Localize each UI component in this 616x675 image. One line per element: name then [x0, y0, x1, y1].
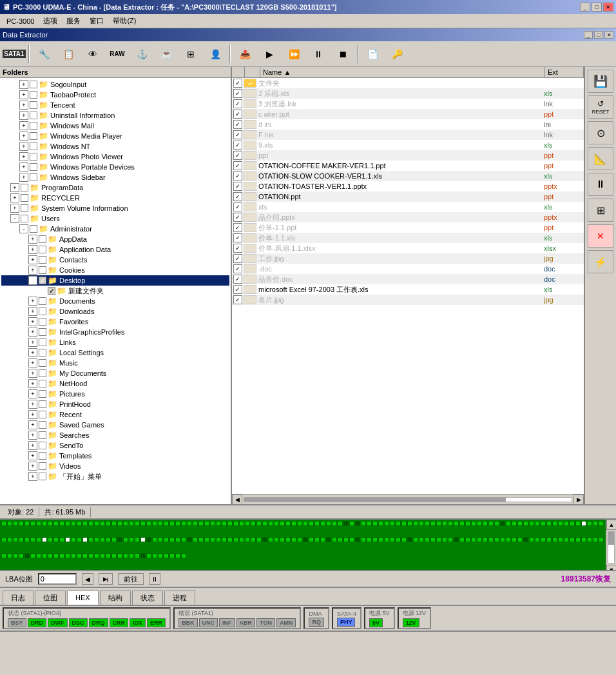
minimize-button[interactable]: _: [580, 3, 590, 12]
file-checkbox-7[interactable]: ✓: [233, 151, 242, 160]
tree-item-my_documents[interactable]: +📁My Documents: [1, 368, 229, 378]
tree-checkbox-videos[interactable]: [39, 462, 46, 470]
file-row-17[interactable]: ✓ 工价.jpg jpg: [232, 253, 584, 264]
copy-button[interactable]: 📄: [361, 43, 384, 65]
data-scroll-down-btn[interactable]: ▼: [606, 565, 616, 571]
file-checkbox-0[interactable]: ✓: [233, 79, 242, 88]
stop-button[interactable]: ⏹: [331, 43, 354, 65]
bolt-side-button[interactable]: ⚡: [588, 250, 613, 273]
tree-checkbox-system_volume_info[interactable]: [21, 204, 28, 212]
tree-checkbox-administrator[interactable]: [30, 225, 37, 233]
tree-expand-recycler[interactable]: +: [10, 193, 19, 202]
tab-struct[interactable]: 结构: [100, 591, 131, 605]
name-col-header[interactable]: Name ▲: [260, 67, 545, 77]
scroll-left-btn[interactable]: ◀: [232, 494, 242, 505]
file-checkbox-18[interactable]: ✓: [233, 264, 242, 273]
reset-side-button[interactable]: ↺ RESET: [588, 95, 613, 119]
lba-goto-btn[interactable]: 前往: [118, 573, 144, 585]
file-row-7[interactable]: ✓ ppt ppt: [232, 150, 584, 161]
tree-checkbox-downloads[interactable]: [39, 308, 46, 315]
tree-expand-music[interactable]: +: [28, 358, 37, 367]
file-checkbox-10[interactable]: ✓: [233, 182, 242, 191]
tree-item-pictures[interactable]: +📁Pictures: [1, 389, 229, 399]
tool-clipboard-button[interactable]: 📋: [57, 43, 80, 65]
tree-expand-nethood[interactable]: +: [28, 379, 37, 388]
tree-item-windows_portable_devices[interactable]: +📁Windows Portable Devices: [1, 162, 229, 172]
menu-item-window[interactable]: 窗口: [86, 15, 108, 27]
tree-checkbox-contacts[interactable]: [39, 256, 46, 264]
tree-checkbox-sogouinput[interactable]: [30, 81, 37, 88]
file-checkbox-8[interactable]: ✓: [233, 161, 242, 170]
tree-expand-tencent[interactable]: +: [19, 101, 28, 110]
tree-expand-sogouinput[interactable]: +: [19, 80, 28, 89]
tree-expand-program_data[interactable]: +: [10, 183, 19, 192]
tree-item-administrator[interactable]: -📁Administrator: [1, 224, 229, 234]
tree-checkbox-windows_portable_devices[interactable]: [30, 163, 37, 171]
file-row-13[interactable]: ✓ 品介绍.pptx pptx: [232, 212, 584, 222]
tree-item-windows_mail[interactable]: +📁Windows Mail: [1, 121, 229, 131]
tree-checkbox-windows_sidebar[interactable]: [30, 173, 37, 181]
tree-expand-administrator[interactable]: -: [19, 224, 28, 233]
tree-expand-printhood[interactable]: +: [28, 400, 37, 409]
file-row-16[interactable]: ✓ 价单-风扇-1.1.xlsx xlsx: [232, 243, 584, 253]
file-row-3[interactable]: ✓ c aker.ppt ppt: [232, 109, 584, 119]
file-row-15[interactable]: ✓ 价单-1.1.xls xls: [232, 233, 584, 243]
disk-side-button[interactable]: 💾: [588, 70, 613, 93]
x-side-button[interactable]: ✕: [588, 224, 613, 248]
tree-expand-start_menu[interactable]: +: [28, 472, 37, 481]
tree-expand-desktop[interactable]: -: [28, 276, 37, 285]
file-checkbox-2[interactable]: ✓: [233, 99, 242, 108]
tree-expand-local_settings[interactable]: +: [28, 348, 37, 357]
knob-side-button[interactable]: ⊙: [588, 121, 613, 144]
file-checkbox-15[interactable]: ✓: [233, 233, 242, 242]
key-button[interactable]: 🔑: [385, 43, 409, 65]
tree-expand-favorites[interactable]: +: [28, 317, 37, 326]
tree-item-sogouinput[interactable]: +📁SogouInput: [1, 79, 229, 90]
menu-item-pc3000[interactable]: PC-3000: [3, 16, 38, 26]
tree-checkbox-music[interactable]: [39, 359, 46, 367]
tree-checkbox-program_data[interactable]: [21, 184, 28, 191]
file-checkbox-5[interactable]: ✓: [233, 130, 242, 139]
file-checkbox-14[interactable]: ✓: [233, 223, 242, 232]
tool-cup-button[interactable]: ☕: [155, 43, 178, 65]
file-row-10[interactable]: ✓ OTATION-TOASTER-VER1.1.pptx pptx: [232, 181, 584, 191]
tree-checkbox-desktop[interactable]: ✓: [39, 277, 46, 284]
tree-item-windows_nt[interactable]: +📁Windows NT: [1, 141, 229, 152]
tree-expand-application_data[interactable]: +: [28, 245, 37, 254]
tree-expand-saved_games[interactable]: +: [28, 420, 37, 429]
tree-item-downloads[interactable]: +📁Downloads: [1, 306, 229, 317]
tab-map[interactable]: 位图: [35, 591, 66, 605]
tool-wrench-button[interactable]: 🔧: [32, 43, 55, 65]
tree-checkbox-searches[interactable]: [39, 431, 46, 439]
maximize-button[interactable]: □: [592, 3, 602, 12]
file-row-18[interactable]: ✓ .doc doc: [232, 264, 584, 274]
tree-item-sendto[interactable]: +📁SendTo: [1, 440, 229, 451]
tree-item-saved_games[interactable]: +📁Saved Games: [1, 420, 229, 430]
tree-checkbox-windows_media_player[interactable]: [30, 132, 37, 140]
sub-close-button[interactable]: ✕: [604, 31, 613, 39]
file-row-4[interactable]: ✓ d ini ini: [232, 119, 584, 130]
tree-expand-windows_photo_viewer[interactable]: +: [19, 152, 28, 161]
tree-item-intel_graphics[interactable]: +📁IntelGraphicsProfiles: [1, 327, 229, 337]
tree-item-appdata[interactable]: +📁AppData: [1, 234, 229, 244]
tree-expand-windows_mail[interactable]: +: [19, 121, 28, 130]
file-checkbox-20[interactable]: ✓: [233, 285, 242, 294]
pause-side-button[interactable]: ⏸: [588, 173, 613, 196]
forward-button[interactable]: ⏩: [282, 43, 305, 65]
tree-checkbox-my_documents[interactable]: [39, 369, 46, 377]
grid-side-button[interactable]: ⊞: [588, 199, 613, 222]
ext-col-header[interactable]: Ext: [545, 67, 584, 77]
tree-item-tencent[interactable]: +📁Tencent: [1, 100, 229, 110]
close-button[interactable]: ✕: [603, 3, 613, 12]
tree-checkbox-templates[interactable]: [39, 452, 46, 460]
tree-checkbox-intel_graphics[interactable]: [39, 328, 46, 336]
menu-item-options[interactable]: 选项: [39, 15, 61, 27]
lba-next-icon[interactable]: ▶|: [99, 573, 113, 585]
file-row-12[interactable]: ✓ xls xls: [232, 202, 584, 212]
file-checkbox-12[interactable]: ✓: [233, 202, 242, 211]
file-checkbox-19[interactable]: ✓: [233, 275, 242, 284]
tree-expand-system_volume_info[interactable]: +: [10, 204, 19, 213]
file-checkbox-17[interactable]: ✓: [233, 254, 242, 263]
tree-item-program_data[interactable]: +📁ProgramData: [1, 182, 229, 193]
tree-checkbox-sendto[interactable]: [39, 442, 46, 449]
